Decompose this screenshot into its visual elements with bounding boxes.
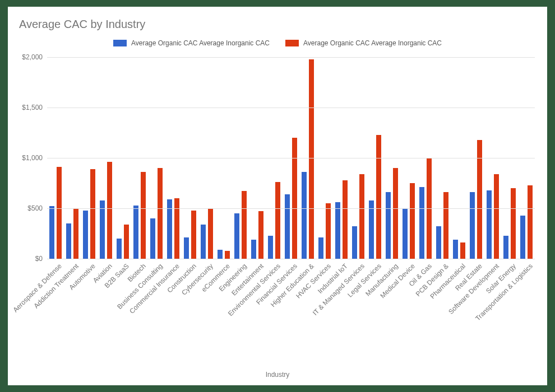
bar-organic bbox=[487, 190, 492, 259]
bar-inorganic bbox=[141, 172, 146, 259]
legend: Average Organic CAC Average Inorganic CA… bbox=[8, 39, 547, 47]
bar-organic bbox=[503, 236, 508, 259]
y-tick-label: $1,000 bbox=[22, 154, 43, 162]
bar-organic bbox=[117, 239, 122, 259]
grid-line bbox=[47, 57, 535, 58]
bar-organic bbox=[83, 211, 88, 259]
bar-organic bbox=[285, 194, 290, 259]
legend-item-organic: Average Organic CAC Average Inorganic CA… bbox=[113, 39, 270, 47]
bar-inorganic bbox=[343, 180, 348, 259]
bar-inorganic bbox=[410, 183, 415, 259]
legend-item-inorganic: Average Organic CAC Average Inorganic CA… bbox=[285, 39, 442, 47]
bar-organic bbox=[436, 226, 441, 259]
bar-inorganic bbox=[158, 168, 163, 259]
y-tick-label: $500 bbox=[27, 204, 43, 212]
bar-inorganic bbox=[242, 191, 247, 259]
bar-organic bbox=[419, 187, 424, 259]
bar-organic bbox=[201, 225, 206, 259]
grid-line bbox=[47, 259, 535, 259]
bar-inorganic bbox=[460, 242, 465, 259]
bar-inorganic bbox=[326, 203, 331, 259]
y-tick-label: $2,000 bbox=[22, 53, 43, 61]
grid-line bbox=[47, 158, 535, 158]
chart-container: Average CAC by Industry Average Organic … bbox=[8, 7, 547, 385]
legend-swatch-inorganic bbox=[285, 40, 299, 46]
bar-inorganic bbox=[73, 208, 78, 259]
bar-inorganic bbox=[225, 251, 230, 259]
bar-organic bbox=[150, 218, 155, 259]
bar-organic bbox=[66, 223, 71, 259]
bar-inorganic bbox=[376, 135, 381, 259]
bar-inorganic bbox=[191, 211, 196, 259]
bar-organic bbox=[218, 250, 223, 259]
bar-organic bbox=[251, 240, 256, 259]
bar-organic bbox=[386, 192, 391, 259]
y-tick-label: $0 bbox=[35, 255, 43, 263]
legend-swatch-organic bbox=[113, 40, 127, 46]
chart-title: Average CAC by Industry bbox=[19, 18, 145, 31]
bar-inorganic bbox=[124, 225, 129, 259]
grid-line bbox=[47, 208, 535, 209]
bar-inorganic bbox=[393, 168, 398, 259]
x-axis-title: Industry bbox=[8, 371, 547, 379]
bar-inorganic bbox=[359, 174, 364, 259]
bar-inorganic bbox=[208, 208, 213, 259]
bar-inorganic bbox=[107, 162, 112, 259]
bar-inorganic bbox=[494, 174, 499, 259]
bar-organic bbox=[520, 216, 525, 259]
bar-organic bbox=[335, 202, 340, 259]
bar-organic bbox=[403, 208, 408, 259]
bar-organic bbox=[268, 236, 273, 259]
legend-label-inorganic: Average Organic CAC Average Inorganic CA… bbox=[303, 39, 442, 47]
bar-inorganic bbox=[309, 59, 314, 259]
legend-label-organic: Average Organic CAC Average Inorganic CA… bbox=[131, 39, 270, 47]
grid-line bbox=[47, 108, 535, 108]
plot-area: $0$500$1,000$1,500$2,000 bbox=[47, 57, 535, 259]
bar-organic bbox=[453, 240, 458, 259]
bar-organic bbox=[234, 213, 239, 259]
bar-organic bbox=[352, 226, 357, 259]
x-axis-labels: Aerospace & DefenseAddiction TreatmentAu… bbox=[47, 261, 535, 373]
bar-inorganic bbox=[528, 185, 533, 259]
bar-inorganic bbox=[57, 167, 62, 259]
bar-inorganic bbox=[511, 188, 516, 259]
bar-organic bbox=[369, 200, 374, 259]
bar-organic bbox=[318, 237, 323, 259]
bar-organic bbox=[184, 237, 189, 259]
bar-organic bbox=[100, 200, 105, 259]
bar-inorganic bbox=[275, 182, 280, 259]
bar-inorganic bbox=[90, 169, 95, 259]
bar-organic bbox=[302, 172, 307, 259]
bar-organic bbox=[49, 206, 54, 259]
bar-organic bbox=[470, 192, 475, 259]
bar-inorganic bbox=[174, 198, 179, 259]
bar-inorganic bbox=[258, 211, 263, 259]
bar-organic bbox=[133, 206, 138, 259]
bar-inorganic bbox=[292, 138, 297, 259]
y-tick-label: $1,500 bbox=[22, 104, 43, 111]
bar-inorganic bbox=[443, 192, 448, 259]
